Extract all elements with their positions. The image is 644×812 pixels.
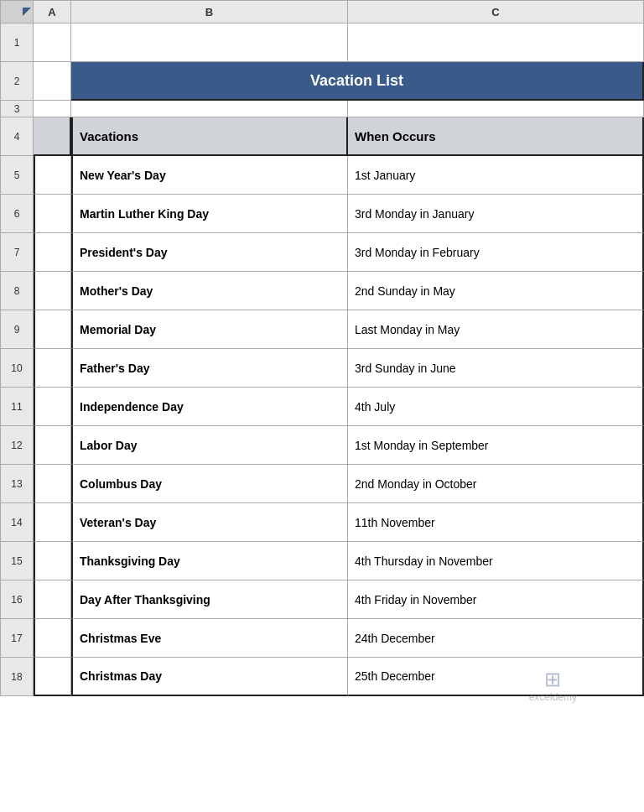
row-5: 5 New Year's Day 1st January [0,156,644,195]
cell-15a[interactable] [34,542,71,580]
row-num-2: 2 [0,62,34,101]
header-when-occurs: When Occurs [348,117,644,156]
cell-6c[interactable]: 3rd Monday in January [348,195,644,233]
col-header-c: C [348,0,644,23]
corner-triangle-icon [23,8,31,16]
cell-12c[interactable]: 1st Monday in September [348,426,644,465]
row-num-5: 5 [0,156,34,195]
row-num-10: 10 [0,349,34,388]
row-17: 17 Christmas Eve 24th December [0,619,644,658]
col-header-b: B [71,0,348,23]
row-2: 2 Vacation List [0,62,644,101]
spreadsheet: A B C 1 2 Vacation List 3 4 Vac [0,0,644,812]
row-num-7: 7 [0,233,34,272]
cell-14b[interactable]: Veteran's Day [71,503,348,542]
cell-9a[interactable] [34,310,71,349]
row-8: 8 Mother's Day 2nd Sunday in May [0,272,644,310]
row-16: 16 Day After Thanksgiving 4th Friday in … [0,580,644,619]
cell-5c[interactable]: 1st January [348,156,644,195]
cell-16b[interactable]: Day After Thanksgiving [71,580,348,619]
row-num-11: 11 [0,388,34,426]
cell-3a[interactable] [34,101,71,117]
cell-16c[interactable]: 4th Friday in November [348,580,644,619]
column-headers: A B C [0,0,644,23]
row-1: 1 [0,23,644,62]
cell-11b[interactable]: Independence Day [71,388,348,426]
row-num-6: 6 [0,195,34,233]
row-num-8: 8 [0,272,34,310]
cell-10c[interactable]: 3rd Sunday in June [348,349,644,388]
cell-18c[interactable]: 25th December [348,658,644,696]
cell-1c[interactable] [348,23,644,62]
cell-3b[interactable] [71,101,348,117]
header-vacations: Vacations [71,117,348,156]
cell-18b[interactable]: Christmas Day [71,658,348,696]
cell-4a[interactable] [34,117,71,156]
row-12: 12 Labor Day 1st Monday in September [0,426,644,465]
cell-13c[interactable]: 2nd Monday in October [348,465,644,503]
row-num-16: 16 [0,580,34,619]
row-num-18: 18 [0,658,34,696]
cell-10a[interactable] [34,349,71,388]
cell-12a[interactable] [34,426,71,465]
cell-9c[interactable]: Last Monday in May [348,310,644,349]
cell-8c[interactable]: 2nd Sunday in May [348,272,644,310]
cell-6b[interactable]: Martin Luther King Day [71,195,348,233]
row-num-17: 17 [0,619,34,658]
row-4: 4 Vacations When Occurs [0,117,644,156]
cell-14c[interactable]: 11th November [348,503,644,542]
cell-16a[interactable] [34,580,71,619]
row-15: 15 Thanksgiving Day 4th Thursday in Nove… [0,542,644,580]
cell-13a[interactable] [34,465,71,503]
row-num-15: 15 [0,542,34,580]
cell-17b[interactable]: Christmas Eve [71,619,348,658]
cell-9b[interactable]: Memorial Day [71,310,348,349]
row-num-12: 12 [0,426,34,465]
row-num-1: 1 [0,23,34,62]
row-6: 6 Martin Luther King Day 3rd Monday in J… [0,195,644,233]
cell-2a[interactable] [34,62,71,101]
row-11: 11 Independence Day 4th July [0,388,644,426]
cell-18a[interactable] [34,658,71,696]
cell-11c[interactable]: 4th July [348,388,644,426]
cell-3c[interactable] [348,101,644,117]
cell-8a[interactable] [34,272,71,310]
row-9: 9 Memorial Day Last Monday in May [0,310,644,349]
row-7: 7 President's Day 3rd Monday in February [0,233,644,272]
cell-17a[interactable] [34,619,71,658]
cell-11a[interactable] [34,388,71,426]
cell-1b[interactable] [71,23,348,62]
row-num-13: 13 [0,465,34,503]
data-rows-container: 5 New Year's Day 1st January 6 Martin Lu… [0,156,644,696]
cell-15c[interactable]: 4th Thursday in November [348,542,644,580]
cell-12b[interactable]: Labor Day [71,426,348,465]
row-3: 3 [0,101,644,117]
cell-1a[interactable] [34,23,71,62]
cell-5b[interactable]: New Year's Day [71,156,348,195]
cell-15b[interactable]: Thanksgiving Day [71,542,348,580]
cell-14a[interactable] [34,503,71,542]
cell-7a[interactable] [34,233,71,272]
row-num-4: 4 [0,117,34,156]
row-num-14: 14 [0,503,34,542]
row-14: 14 Veteran's Day 11th November [0,503,644,542]
title-cell: Vacation List [71,62,644,101]
row-18: 18 Christmas Day 25th December [0,658,644,696]
corner-cell [0,0,34,23]
row-10: 10 Father's Day 3rd Sunday in June [0,349,644,388]
cell-10b[interactable]: Father's Day [71,349,348,388]
row-num-9: 9 [0,310,34,349]
row-13: 13 Columbus Day 2nd Monday in October [0,465,644,503]
cell-13b[interactable]: Columbus Day [71,465,348,503]
cell-7c[interactable]: 3rd Monday in February [348,233,644,272]
cell-17c[interactable]: 24th December [348,619,644,658]
rows-container: 1 2 Vacation List 3 4 Vacations When Occ… [0,23,644,696]
cell-5a[interactable] [34,156,71,195]
row-num-3: 3 [0,101,34,117]
cell-6a[interactable] [34,195,71,233]
col-header-a: A [34,0,71,23]
cell-8b[interactable]: Mother's Day [71,272,348,310]
cell-7b[interactable]: President's Day [71,233,348,272]
